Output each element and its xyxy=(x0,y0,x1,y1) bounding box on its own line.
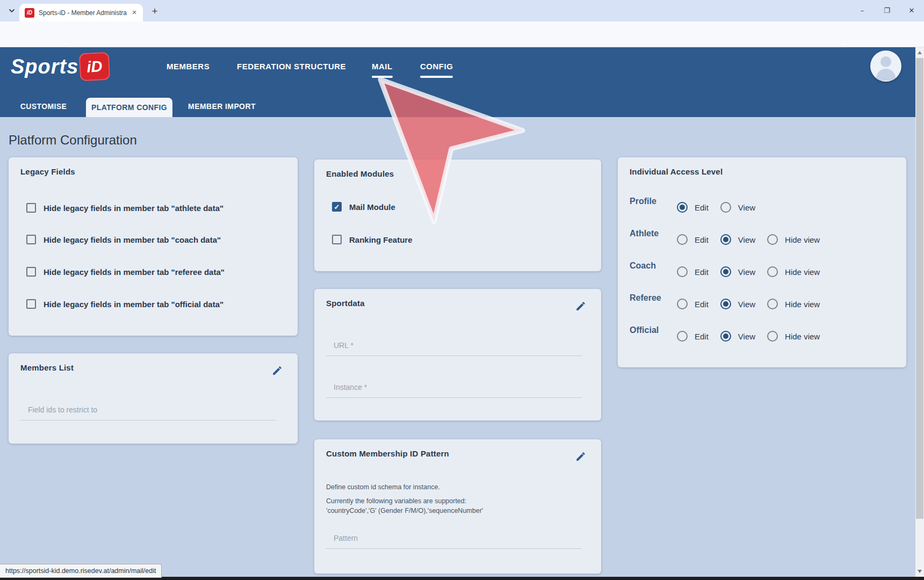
browser-tab[interactable]: iD Sports-iD - Member Administra ✕ xyxy=(19,4,143,21)
access-row-label: Official xyxy=(630,325,677,335)
restore-button[interactable]: ❐ xyxy=(875,0,899,20)
radio-label[interactable]: View xyxy=(738,300,755,309)
access-row-label: Referee xyxy=(630,293,677,303)
radio-coach-edit[interactable] xyxy=(677,266,688,277)
checkbox-hide-athlete-data[interactable]: ✓ Hide legacy fields in member tab "athl… xyxy=(26,201,223,214)
radio-official-view[interactable] xyxy=(720,331,731,342)
edit-sportdata-button[interactable] xyxy=(574,300,587,313)
radio-athlete-hide-view[interactable] xyxy=(767,234,778,245)
radio-label[interactable]: Edit xyxy=(695,235,709,244)
browser-tab-strip: iD Sports-iD - Member Administra ✕ + – ❐… xyxy=(0,0,924,21)
card-sportdata: Sportdata xyxy=(314,289,601,421)
logo-text: Sports xyxy=(11,55,78,78)
radio-referee-view[interactable] xyxy=(720,299,731,309)
field-ids-input[interactable] xyxy=(20,399,276,421)
card-title: Individual Access Level xyxy=(630,167,723,176)
page-title: Platform Configuration xyxy=(9,133,137,148)
card-title: Sportdata xyxy=(326,299,365,308)
pencil-icon xyxy=(271,365,283,376)
checkbox[interactable]: ✓ xyxy=(26,235,36,244)
radio-referee-hide-view[interactable] xyxy=(767,299,778,309)
radio-label[interactable]: Hide view xyxy=(785,267,820,277)
check-icon: ✓ xyxy=(334,204,340,211)
radio-official-hide-view[interactable] xyxy=(767,331,778,342)
radio-label[interactable]: Hide view xyxy=(785,235,820,244)
radio-label[interactable]: Edit xyxy=(695,300,709,309)
checkbox-hide-referee-data[interactable]: ✓ Hide legacy fields in member tab "refe… xyxy=(26,265,225,278)
nav-mail[interactable]: MAIL xyxy=(372,62,393,71)
access-row-profile: Profile Edit View xyxy=(630,197,767,218)
checkbox-ranking-feature[interactable]: ✓ Ranking Feature xyxy=(332,233,413,246)
tab-customise[interactable]: CUSTOMISE xyxy=(20,102,67,111)
card-legacy-fields: Legacy Fields ✓ Hide legacy fields in me… xyxy=(9,157,298,336)
radio-label[interactable]: Edit xyxy=(695,332,709,341)
radio-label[interactable]: View xyxy=(738,203,755,212)
logo-badge-icon: iD xyxy=(79,52,111,82)
radio-official-edit[interactable] xyxy=(677,331,688,342)
checkbox-hide-coach-data[interactable]: ✓ Hide legacy fields in member tab "coac… xyxy=(26,233,221,246)
radio-profile-view[interactable] xyxy=(720,202,731,213)
checkbox[interactable]: ✓ xyxy=(332,235,342,244)
card-enabled-modules: Enabled Modules ✓ Mail Module ✓ Ranking … xyxy=(314,160,601,271)
radio-label[interactable]: Hide view xyxy=(785,300,820,309)
sportdata-instance-input[interactable] xyxy=(326,376,582,398)
access-row-official: Official Edit View Hide view xyxy=(630,325,832,347)
radio-label[interactable]: View xyxy=(738,267,755,277)
sportdata-url-input[interactable] xyxy=(326,335,582,356)
checkbox[interactable]: ✓ xyxy=(26,267,36,277)
person-icon xyxy=(880,56,891,67)
tab-close-icon[interactable]: ✕ xyxy=(130,9,139,17)
checkbox-hide-official-data[interactable]: ✓ Hide legacy fields in member tab "offi… xyxy=(26,298,223,310)
nav-config[interactable]: CONFIG xyxy=(420,62,453,71)
pattern-variables: Currently the following variables are su… xyxy=(326,496,514,516)
card-title: Members List xyxy=(20,363,74,372)
radio-athlete-view[interactable] xyxy=(720,234,731,245)
browser-toolbar: ← → ↻ ☆ M ⋮ xyxy=(0,21,924,47)
checkbox-label: Hide legacy fields in member tab "offici… xyxy=(44,300,223,309)
chevron-down-icon xyxy=(8,7,16,15)
scroll-down-icon[interactable] xyxy=(918,570,922,573)
radio-athlete-edit[interactable] xyxy=(677,234,688,245)
radio-profile-edit[interactable] xyxy=(677,202,688,213)
scrollbar[interactable] xyxy=(915,47,924,577)
scrollbar-thumb[interactable] xyxy=(916,58,923,519)
card-individual-access-level: Individual Access Level Profile Edit Vie… xyxy=(618,157,906,367)
radio-coach-hide-view[interactable] xyxy=(767,266,778,277)
nav-members[interactable]: MEMBERS xyxy=(167,62,210,71)
scroll-up-icon[interactable] xyxy=(918,51,922,54)
pattern-input[interactable] xyxy=(326,527,582,549)
access-row-referee: Referee Edit View Hide view xyxy=(630,293,832,315)
tab-search-button[interactable] xyxy=(5,4,18,17)
edit-members-list-button[interactable] xyxy=(271,364,284,377)
access-row-athlete: Athlete Edit View Hide view xyxy=(630,229,832,250)
radio-label[interactable]: Edit xyxy=(695,203,709,212)
access-row-label: Coach xyxy=(630,261,677,271)
radio-coach-view[interactable] xyxy=(720,266,731,277)
card-title: Custom Membership ID Pattern xyxy=(326,449,449,458)
checkbox-label: Hide legacy fields in member tab "refere… xyxy=(44,267,225,277)
radio-label[interactable]: View xyxy=(738,332,755,341)
pattern-description: Define custom id schema for instance. xyxy=(326,482,557,492)
radio-referee-edit[interactable] xyxy=(677,299,688,309)
sportsid-logo[interactable]: Sports iD xyxy=(11,53,110,81)
checkbox-mail-module[interactable]: ✓ Mail Module xyxy=(332,200,395,213)
radio-label[interactable]: View xyxy=(738,235,755,244)
checkbox-label: Hide legacy fields in member tab "coach … xyxy=(44,235,221,244)
minimize-button[interactable]: – xyxy=(850,0,875,20)
edit-custom-pattern-button[interactable] xyxy=(574,450,587,463)
tab-platform-config[interactable]: PLATFORM CONFIG xyxy=(86,98,172,117)
radio-label[interactable]: Edit xyxy=(695,267,709,277)
nav-federation-structure[interactable]: FEDERATION STRUCTURE xyxy=(237,62,346,71)
tab-title: Sports-iD - Member Administra xyxy=(39,9,127,17)
checkbox[interactable]: ✓ xyxy=(332,202,342,212)
checkbox[interactable]: ✓ xyxy=(26,203,36,213)
app-header: Sports iD MEMBERS FEDERATION STRUCTURE M… xyxy=(0,47,915,117)
user-avatar[interactable] xyxy=(870,50,901,82)
tab-member-import[interactable]: MEMBER IMPORT xyxy=(188,102,256,111)
access-row-label: Profile xyxy=(630,197,677,206)
checkbox[interactable]: ✓ xyxy=(26,299,36,309)
radio-label[interactable]: Hide view xyxy=(785,332,820,341)
close-window-button[interactable]: ✕ xyxy=(899,0,924,20)
card-title: Legacy Fields xyxy=(20,167,75,176)
new-tab-button[interactable]: + xyxy=(148,5,161,18)
